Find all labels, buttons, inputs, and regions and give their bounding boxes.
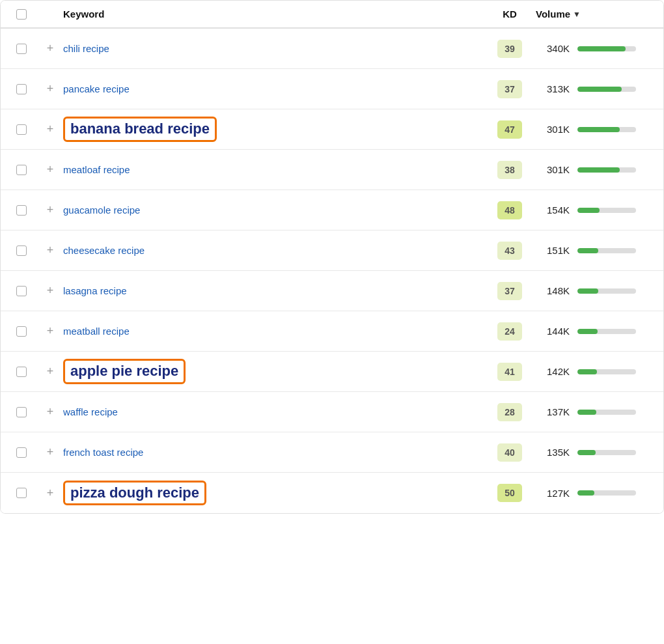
keyword-link[interactable]: chili recipe (63, 43, 109, 54)
keyword-cell: meatball recipe (63, 326, 484, 337)
row-checkbox[interactable] (16, 124, 27, 135)
keyword-link[interactable]: french toast recipe (63, 447, 143, 458)
volume-cell: 135K (536, 447, 653, 458)
keyword-link[interactable]: waffle recipe (63, 406, 118, 417)
volume-cell: 301K (536, 164, 653, 175)
row-checkbox-cell (6, 84, 37, 94)
header-checkbox-cell (6, 9, 37, 20)
row-checkbox-cell (6, 44, 37, 54)
kd-column-header: KD (484, 8, 536, 20)
volume-bar-fill (577, 46, 626, 51)
volume-bar-fill (577, 167, 620, 173)
row-checkbox[interactable] (16, 286, 27, 296)
table-row: + apple pie recipe 41 142K (1, 352, 663, 392)
row-checkbox[interactable] (16, 326, 27, 337)
kd-badge: 43 (497, 242, 522, 260)
add-keyword-button[interactable]: + (37, 42, 63, 55)
volume-cell: 340K (536, 43, 653, 54)
add-keyword-button[interactable]: + (37, 324, 63, 338)
keyword-highlighted[interactable]: apple pie recipe (63, 359, 186, 384)
volume-bar-container (577, 288, 636, 294)
add-keyword-button[interactable]: + (37, 284, 63, 298)
keyword-link[interactable]: guacamole recipe (63, 204, 140, 216)
table-row: + guacamole recipe 48 154K (1, 190, 663, 231)
table-row: + pancake recipe 37 313K (1, 69, 663, 109)
kd-cell: 43 (484, 242, 536, 260)
add-keyword-button[interactable]: + (37, 445, 63, 459)
volume-bar-fill (577, 87, 622, 92)
add-keyword-button[interactable]: + (37, 163, 63, 176)
volume-cell: 142K (536, 366, 653, 377)
volume-bar-container (577, 410, 636, 415)
row-checkbox[interactable] (16, 488, 27, 498)
table-row: + waffle recipe 28 137K (1, 392, 663, 432)
add-keyword-button[interactable]: + (37, 486, 63, 500)
kd-badge: 28 (497, 403, 522, 421)
row-checkbox[interactable] (16, 205, 27, 216)
table-row: + cheesecake recipe 43 151K (1, 231, 663, 271)
volume-sort-arrow[interactable]: ▼ (573, 10, 581, 19)
table-row: + french toast recipe 40 135K (1, 432, 663, 473)
add-keyword-button[interactable]: + (37, 405, 63, 419)
kd-badge: 38 (497, 161, 522, 179)
volume-bar-fill (577, 127, 620, 132)
select-all-checkbox[interactable] (16, 9, 27, 20)
volume-cell: 148K (536, 285, 653, 296)
kd-cell: 47 (484, 120, 536, 139)
row-checkbox[interactable] (16, 44, 27, 54)
volume-number: 313K (536, 83, 570, 94)
volume-cell: 151K (536, 245, 653, 256)
keyword-table: Keyword KD Volume ▼ + chili recipe 39 34… (0, 0, 664, 514)
keyword-cell: apple pie recipe (63, 359, 484, 384)
keyword-link[interactable]: pancake recipe (63, 83, 130, 94)
row-checkbox[interactable] (16, 407, 27, 417)
table-row: + chili recipe 39 340K (1, 29, 663, 69)
row-checkbox[interactable] (16, 165, 27, 175)
keyword-highlighted[interactable]: pizza dough recipe (63, 481, 206, 506)
volume-bar-container (577, 208, 636, 213)
row-checkbox[interactable] (16, 447, 27, 458)
row-checkbox-cell (6, 447, 37, 458)
add-keyword-button[interactable]: + (37, 82, 63, 96)
keyword-column-header: Keyword (63, 8, 484, 20)
keyword-link[interactable]: meatball recipe (63, 326, 130, 337)
row-checkbox[interactable] (16, 84, 27, 94)
volume-number: 142K (536, 366, 570, 377)
volume-column-header[interactable]: Volume ▼ (536, 8, 653, 20)
volume-bar-fill (577, 329, 598, 334)
kd-badge: 39 (497, 40, 522, 58)
keyword-link[interactable]: cheesecake recipe (63, 245, 145, 256)
kd-badge: 24 (497, 322, 522, 341)
kd-badge: 41 (497, 363, 522, 381)
keyword-cell: chili recipe (63, 43, 484, 54)
add-keyword-button[interactable]: + (37, 203, 63, 217)
volume-number: 151K (536, 245, 570, 256)
row-checkbox-cell (6, 367, 37, 377)
row-checkbox[interactable] (16, 245, 27, 256)
volume-bar-container (577, 490, 636, 496)
kd-badge: 37 (497, 282, 522, 300)
row-checkbox[interactable] (16, 367, 27, 377)
add-keyword-button[interactable]: + (37, 244, 63, 257)
volume-bar-fill (577, 288, 598, 294)
add-keyword-button[interactable]: + (37, 365, 63, 378)
volume-number: 301K (536, 124, 570, 135)
volume-number: 137K (536, 406, 570, 417)
keyword-highlighted[interactable]: banana bread recipe (63, 117, 217, 142)
keyword-cell: meatloaf recipe (63, 164, 484, 175)
keyword-cell: french toast recipe (63, 447, 484, 458)
volume-bar-fill (577, 450, 596, 455)
kd-cell: 48 (484, 201, 536, 219)
keyword-link[interactable]: lasagna recipe (63, 285, 127, 296)
keyword-link[interactable]: meatloaf recipe (63, 164, 130, 175)
kd-cell: 41 (484, 363, 536, 381)
row-checkbox-cell (6, 286, 37, 296)
volume-number: 127K (536, 488, 570, 499)
kd-cell: 39 (484, 40, 536, 58)
add-keyword-button[interactable]: + (37, 122, 63, 136)
keyword-cell: waffle recipe (63, 406, 484, 417)
kd-cell: 24 (484, 322, 536, 341)
table-body: + chili recipe 39 340K + pancake recipe … (1, 29, 663, 513)
volume-bar-container (577, 87, 636, 92)
volume-bar-fill (577, 248, 598, 253)
